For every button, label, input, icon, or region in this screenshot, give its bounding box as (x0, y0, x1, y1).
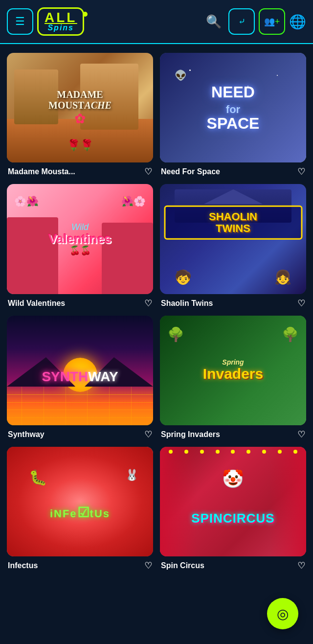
logo-dot (83, 12, 88, 17)
game-title-text: Spring Invaders (161, 430, 220, 439)
game-card-madame-moustache[interactable]: MADAMEMOUSTACHE ✿ 🌹🌹 Madame Mousta... ♡ (7, 53, 153, 177)
favorite-icon-need-for-space[interactable]: ♡ (297, 166, 305, 177)
language-icon[interactable]: 🌐 (289, 14, 306, 30)
game-title-text: Synthway (8, 430, 45, 439)
game-bg: 🤡 SPINCIRCUS (160, 447, 306, 556)
game-label-need-for-space: Need For Space ♡ (160, 166, 306, 177)
flowers: 🌸🌺 (14, 195, 39, 207)
game-bg: 🌸🌺 🌺🌸 Wild Valentines 🍒🍒 (7, 184, 153, 294)
game-image-madame-moustache: MADAMEMOUSTACHE ✿ 🌹🌹 (7, 53, 153, 162)
login-button[interactable]: ⤶ (228, 8, 255, 35)
chat-fab-icon: ◎ (277, 606, 289, 622)
game-bg: 👽 NEEDforSPACE (160, 53, 306, 162)
shaolin-char-right: 👧 (274, 269, 291, 285)
light-dot (169, 450, 173, 454)
header: ☰ ALL Spins 🔍 ⤶ 👥+ 🌐 (0, 0, 313, 44)
game-card-synthway[interactable]: SYNTHWAY Synthway ♡ (7, 316, 153, 440)
light-dot (246, 450, 250, 454)
synthway-art: SYNTHWAY (11, 370, 149, 384)
favorite-icon-synthway[interactable]: ♡ (144, 429, 152, 440)
light-dot (278, 450, 282, 454)
game-label-madame-moustache: Madame Mousta... ♡ (7, 166, 153, 177)
game-bg: MADAMEMOUSTACHE ✿ 🌹🌹 (7, 53, 153, 162)
favorite-icon-infectus[interactable]: ♡ (144, 560, 152, 571)
tree-left: 🌳 (167, 326, 184, 343)
game-image-need-for-space: 👽 NEEDforSPACE (160, 53, 306, 162)
header-right: 🔍 ⤶ 👥+ 🌐 (203, 8, 306, 35)
game-title-text: Need For Space (161, 167, 220, 176)
game-bg: 🌳 🌳 Spring Invaders (160, 316, 306, 425)
game-card-wild-valentines[interactable]: 🌸🌺 🌺🌸 Wild Valentines 🍒🍒 Wild Valentines… (7, 184, 153, 308)
circus-lights (160, 447, 306, 457)
infectus-creature2: 🐰 (125, 469, 138, 482)
game-bg: 🐛 🐰 iNFe☑tUs (7, 447, 153, 556)
game-label-infectus: Infectus ♡ (7, 560, 153, 571)
shaolin-char-left: 🧒 (175, 269, 192, 285)
logo-all-text: ALL (45, 11, 77, 24)
game-image-wild-valentines: 🌸🌺 🌺🌸 Wild Valentines 🍒🍒 (7, 184, 153, 294)
favorite-icon-spring-invaders[interactable]: ♡ (297, 429, 305, 440)
game-label-wild-valentines: Wild Valentines ♡ (7, 298, 153, 309)
logo-spins-text: Spins (45, 23, 77, 32)
madame-decoration: 🌹🌹 (67, 139, 93, 152)
infectus-creature1: 🐛 (29, 469, 47, 486)
favorite-icon-wild-valentines[interactable]: ♡ (144, 298, 152, 309)
game-card-spin-circus[interactable]: 🤡 SPINCIRCUS Spin Circus ♡ (160, 447, 306, 571)
synth-grid (7, 387, 153, 425)
game-title-text: Shaolin Twins (161, 299, 213, 308)
game-image-shaolin-twins: SHAOLINTWINS 🧒 👧 (160, 184, 306, 294)
game-image-spring-invaders: 🌳 🌳 Spring Invaders (160, 316, 306, 425)
game-card-spring-invaders[interactable]: 🌳 🌳 Spring Invaders Spring Invaders ♡ (160, 316, 306, 440)
game-title-text: Infectus (8, 561, 38, 570)
game-title-text: Spin Circus (161, 561, 204, 570)
flowers-right: 🌺🌸 (121, 195, 146, 207)
game-title-text: Wild Valentines (8, 299, 65, 308)
light-dot (200, 450, 204, 454)
game-card-infectus[interactable]: 🐛 🐰 iNFe☑tUs Infectus ♡ (7, 447, 153, 571)
space-alien: 👽 (175, 69, 187, 81)
circus-clown: 🤡 (222, 469, 244, 489)
game-image-synthway: SYNTHWAY (7, 316, 153, 425)
game-label-shaolin-twins: Shaolin Twins ♡ (160, 298, 306, 309)
tree-right: 🌳 (282, 326, 299, 343)
game-label-spring-invaders: Spring Invaders ♡ (160, 429, 306, 440)
game-label-synthway: Synthway ♡ (7, 429, 153, 440)
logo: ALL Spins (37, 7, 84, 36)
light-dot (293, 450, 297, 454)
light-dot (216, 450, 220, 454)
favorite-icon-spin-circus[interactable]: ♡ (297, 560, 305, 571)
light-dot (262, 450, 266, 454)
register-button[interactable]: 👥+ (259, 8, 285, 35)
login-icon: ⤶ (238, 16, 246, 27)
game-card-shaolin-twins[interactable]: SHAOLINTWINS 🧒 👧 Shaolin Twins ♡ (160, 184, 306, 308)
game-image-infectus: 🐛 🐰 iNFe☑tUs (7, 447, 153, 556)
game-title-text: Madame Mousta... (8, 167, 75, 176)
light-dot (184, 450, 188, 454)
game-grid: MADAMEMOUSTACHE ✿ 🌹🌹 Madame Mousta... ♡ (0, 44, 313, 580)
game-bg: SHAOLINTWINS 🧒 👧 (160, 184, 306, 294)
search-icon[interactable]: 🔍 (203, 14, 224, 29)
game-image-spin-circus: 🤡 SPINCIRCUS (160, 447, 306, 556)
light-dot (231, 450, 235, 454)
game-card-need-for-space[interactable]: 👽 NEEDforSPACE Need For Space ♡ (160, 53, 306, 177)
menu-icon: ☰ (15, 15, 25, 28)
header-left: ☰ ALL Spins (7, 7, 84, 36)
menu-button[interactable]: ☰ (7, 8, 33, 35)
chat-fab-button[interactable]: ◎ (267, 598, 298, 629)
game-bg: SYNTHWAY (7, 316, 153, 425)
favorite-icon-madame-moustache[interactable]: ♡ (144, 166, 152, 177)
logo-box: ALL Spins (37, 7, 84, 36)
game-label-spin-circus: Spin Circus ♡ (160, 560, 306, 571)
register-icon: 👥+ (264, 16, 280, 27)
synthway-title-overlay: SYNTHWAY (7, 370, 153, 384)
favorite-icon-shaolin-twins[interactable]: ♡ (297, 298, 305, 309)
